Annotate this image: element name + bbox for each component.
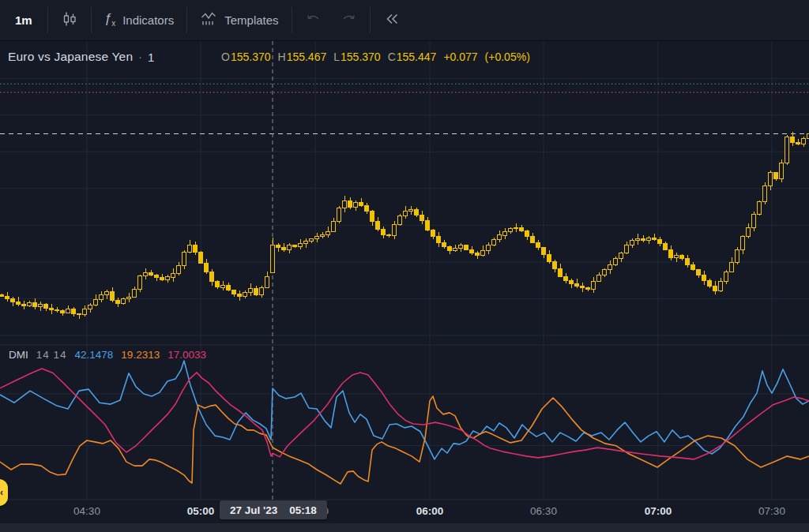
dmi-legend[interactable]: DMI 14 14 42.1478 19.2313 17.0033 — [9, 349, 206, 361]
low-value: 155.370 — [341, 51, 381, 63]
replay-button[interactable] — [371, 0, 413, 40]
open-label: O — [221, 51, 230, 63]
time-axis-label: 06:00 — [416, 505, 444, 517]
chart-style-button[interactable] — [48, 0, 91, 40]
top-toolbar: 1m ƒx Indicators Templa — [0, 0, 809, 41]
undo-arrow-icon — [305, 10, 322, 30]
time-axis-label: 06:30 — [530, 505, 557, 517]
trading-chart-window: Euro vs Japanese Yen · 1 O155.370 H155.4… — [0, 0, 809, 532]
fx-function-icon: ƒx — [104, 12, 115, 28]
change-value: +0.077 — [443, 51, 477, 63]
title-separator: · — [138, 51, 142, 63]
tooltip-date: 27 Jul '23 — [230, 504, 277, 516]
chart-resolution: 1 — [148, 51, 154, 64]
symbol-title[interactable]: Euro vs Japanese Yen — [8, 50, 133, 64]
dmi-value-blue: 42.1478 — [75, 349, 114, 361]
crosshair-time-tooltip: 27 Jul '23 05:18 — [220, 500, 327, 519]
time-axis-label: 07:00 — [645, 505, 672, 517]
undo-button[interactable] — [292, 0, 335, 40]
time-axis-label: 04:30 — [73, 505, 100, 517]
close-value: 155.447 — [397, 51, 437, 63]
time-axis-label: 05:00 — [187, 505, 215, 517]
indicator-templates-icon — [200, 10, 217, 30]
dmi-value-pink: 17.0033 — [167, 349, 206, 361]
dmi-name: DMI — [9, 349, 28, 361]
close-label: C — [388, 51, 396, 63]
chevron-left-icon: ‹ — [0, 487, 3, 498]
candlestick-style-icon — [61, 10, 78, 30]
low-label: L — [333, 51, 340, 63]
change-percent: (+0.05%) — [485, 51, 530, 63]
rewind-double-chevron-icon — [383, 10, 401, 30]
templates-button[interactable]: Templates — [187, 0, 291, 40]
open-value: 155.370 — [231, 51, 271, 63]
ohlc-legend: O155.370 H155.467 L155.370 C155.447 +0.0… — [221, 51, 530, 63]
dmi-params: 14 14 — [36, 349, 67, 361]
dmi-value-orange: 19.2313 — [121, 349, 160, 361]
interval-button[interactable]: 1m — [0, 0, 47, 40]
redo-button[interactable] — [335, 0, 370, 40]
indicators-label: Indicators — [122, 13, 174, 27]
time-axis-label: 07:30 — [758, 505, 785, 517]
symbol-title-row[interactable]: Euro vs Japanese Yen · 1 — [8, 49, 154, 65]
templates-label: Templates — [224, 13, 278, 27]
redo-arrow-icon — [340, 10, 357, 30]
high-value: 155.467 — [287, 51, 327, 63]
high-label: H — [278, 51, 286, 63]
time-axis[interactable]: 04:3005:0005:3006:0006:3007:0007:30 — [0, 0, 809, 532]
indicators-button[interactable]: ƒx Indicators — [92, 0, 187, 40]
tooltip-time: 05:18 — [289, 504, 317, 516]
